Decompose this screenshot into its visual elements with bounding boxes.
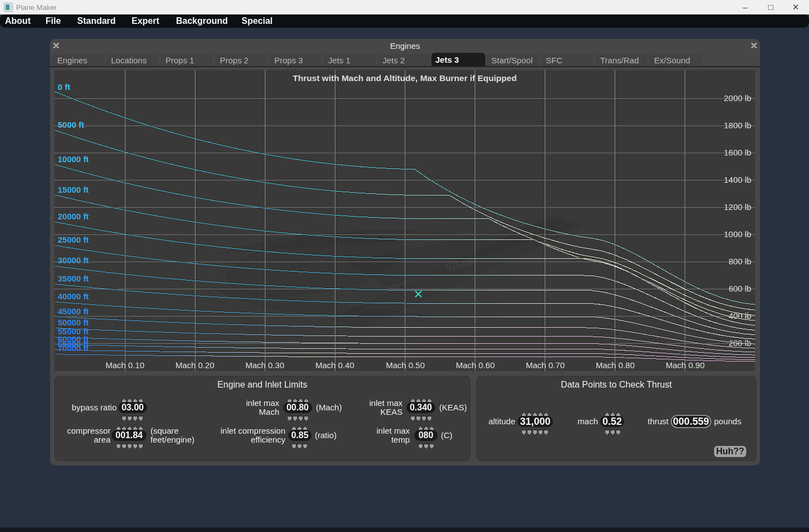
svg-text:25000 ft: 25000 ft [58, 235, 89, 244]
svg-text:Mach 0.60: Mach 0.60 [456, 360, 495, 370]
svg-text:800 lb: 800 lb [728, 257, 751, 266]
svg-text:30000 ft: 30000 ft [58, 255, 89, 265]
svg-text:40000 ft: 40000 ft [58, 292, 89, 301]
svg-text:15000 ft: 15000 ft [58, 185, 89, 194]
svg-text:Mach 0.80: Mach 0.80 [596, 360, 635, 370]
svg-text:0 ft: 0 ft [58, 82, 71, 92]
svg-text:Mach 0.30: Mach 0.30 [245, 360, 284, 370]
svg-text:Thrust with Mach and Altitude,: Thrust with Mach and Altitude, Max Burne… [293, 73, 516, 83]
svg-text:1600 lb: 1600 lb [724, 148, 751, 157]
svg-text:50000 ft: 50000 ft [58, 318, 89, 327]
svg-text:5000 ft: 5000 ft [58, 120, 84, 129]
svg-text:10000 ft: 10000 ft [58, 154, 89, 164]
svg-text:1000 lb: 1000 lb [724, 229, 751, 239]
svg-text:Mach 0.40: Mach 0.40 [315, 360, 354, 370]
svg-text:70000 ft: 70000 ft [58, 343, 89, 353]
svg-text:1800 lb: 1800 lb [724, 121, 751, 130]
svg-text:1400 lb: 1400 lb [724, 175, 751, 184]
svg-text:600 lb: 600 lb [728, 284, 751, 293]
svg-text:Mach 0.50: Mach 0.50 [386, 360, 425, 370]
svg-text:35000 ft: 35000 ft [58, 274, 89, 283]
svg-text:Mach 0.10: Mach 0.10 [105, 360, 144, 370]
svg-text:Mach 0.90: Mach 0.90 [666, 360, 705, 370]
svg-text:45000 ft: 45000 ft [58, 307, 89, 316]
svg-text:20000 ft: 20000 ft [58, 212, 89, 221]
svg-text:Mach 0.70: Mach 0.70 [526, 360, 565, 370]
svg-text:2000 lb: 2000 lb [724, 93, 751, 103]
svg-text:1200 lb: 1200 lb [724, 202, 751, 212]
svg-text:Mach 0.20: Mach 0.20 [175, 360, 214, 370]
